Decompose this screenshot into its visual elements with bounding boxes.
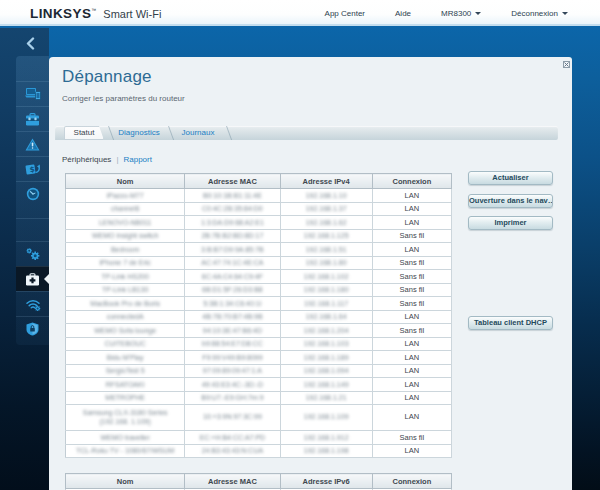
top-header-bar: LINKSYS™ Smart Wi-Fi App Center Aide MR8…	[0, 0, 600, 26]
device-table-ipv6: Nom Adresse MAC Adresse IPv6 Connexion	[65, 473, 452, 490]
device-ipv4: 192.168.1.64	[280, 310, 372, 324]
device-row: WEMO traveller EC:+H:B4:CC:A7:PD 192.168…	[66, 431, 452, 445]
subnav-peripheriques[interactable]: Périphériques	[62, 155, 111, 164]
speed-test-icon	[26, 187, 40, 201]
chevron-down-icon	[475, 12, 481, 15]
sidebar-item-media-prioritization[interactable]: $	[16, 156, 49, 181]
device-mac: b9:88:54:E7:D8:CC	[185, 337, 280, 351]
sidebar-item-wireless[interactable]	[16, 291, 49, 316]
col-header-nom: Nom	[66, 474, 185, 489]
device-ipv4: 192.168.1.094	[280, 364, 372, 378]
device-table-ipv4: Nom Adresse MAC Adresse IPv4 Connexion i…	[65, 173, 452, 458]
device-ipv4: 192.168.1.10	[280, 189, 372, 203]
col-header-ipv6: Adresse IPv6	[280, 474, 372, 489]
device-ipv4: 192.168.1.198	[280, 444, 372, 458]
col-header-connexion: Connexion	[372, 174, 451, 189]
device-row: METROPHE B9:U7:-E9:GH:7m:9 192.168.1.21 …	[66, 391, 452, 405]
device-connexion: Sans fil	[372, 283, 451, 297]
nav-aide[interactable]: Aide	[395, 9, 411, 18]
device-ipv4: 192.168.1.102	[280, 270, 372, 284]
sidebar-item-parental-controls[interactable]	[16, 131, 49, 156]
sidebar-icon-rail: $	[16, 56, 49, 345]
device-mac: 4B:7B:70:B7:4B:9B	[185, 310, 280, 324]
device-name: WEMO Insight switch	[66, 229, 185, 243]
col-header-ipv4: Adresse IPv4	[280, 174, 372, 189]
tab-separator	[226, 126, 232, 140]
sidebar-item-speed-test[interactable]	[16, 181, 49, 206]
device-row: Bidu M'Play F9:99:V49:B9:8099 192.168.1.…	[66, 351, 452, 365]
device-connexion: LAN	[372, 337, 451, 351]
device-connexion: LAN	[372, 405, 451, 431]
sidebar-item-connectivity[interactable]	[16, 241, 49, 266]
security-icon	[26, 322, 39, 336]
device-name: TP-Link LB130	[66, 283, 185, 297]
tab-diagnostics[interactable]: Diagnostics	[110, 126, 168, 140]
device-ipv4: 192.168.1.125	[280, 229, 372, 243]
subnav-rapport-link[interactable]: Rapport	[123, 155, 151, 164]
nav-deconnexion[interactable]: Déconnexion	[511, 9, 568, 18]
device-mac: EC:+H:B4:CC:A7:PD	[185, 431, 280, 445]
sidebar-collapse-button[interactable]	[26, 36, 35, 54]
wireless-icon	[25, 298, 41, 311]
rail-group-divider	[16, 218, 49, 241]
rail-spacer	[16, 206, 49, 218]
device-connexion: Sans fil	[372, 229, 451, 243]
nav-router-menu[interactable]: MR8300	[441, 9, 481, 18]
device-mac: 49:43:E3:4C:-3D:-D	[185, 378, 280, 392]
device-name: CUITEBOUC	[66, 337, 185, 351]
col-header-nom: Nom	[66, 174, 185, 189]
device-connexion: LAN	[372, 243, 451, 257]
subnav-divider: |	[116, 155, 118, 164]
col-header-mac: Adresse MAC	[185, 474, 280, 489]
device-connexion: LAN	[372, 351, 451, 365]
brand-name: LINKSYS	[30, 6, 91, 21]
col-header-connexion: Connexion	[372, 474, 451, 489]
table-header-row: Nom Adresse MAC Adresse IPv6 Connexion	[66, 474, 452, 489]
print-button[interactable]: Imprimer	[468, 216, 553, 230]
device-name: TCL-Roku TV - 1080/67/WSUM	[66, 444, 185, 458]
device-connexion: LAN	[372, 444, 451, 458]
device-row: RFSATOAKI 49:43:E3:4C:-3D:-D 192.168.1.1…	[66, 378, 452, 392]
dhcp-table-button[interactable]: Tableau client DHCP	[468, 316, 553, 330]
device-connexion: LAN	[372, 391, 451, 405]
device-row: WEMO Insight switch 2B:7B:B2:BD:8D:17 19…	[66, 229, 452, 243]
device-mac: C0:4C:2B:35:84:D0	[185, 202, 280, 216]
device-mac: B9:U7:-E9:GH:7m:9	[185, 391, 280, 405]
nav-app-center[interactable]: App Center	[325, 9, 365, 18]
device-name: LENOVO-NB011	[66, 216, 185, 230]
tab-statut[interactable]: Statut	[64, 126, 104, 140]
open-in-browser-button[interactable]: Ouverture dans le nav…	[468, 194, 553, 208]
device-connexion: LAN	[372, 378, 451, 392]
chevron-down-icon	[562, 12, 568, 15]
tab-journaux[interactable]: Journaux	[170, 126, 226, 140]
device-name: SergioTest 5	[66, 364, 185, 378]
refresh-button[interactable]: Actualiser	[468, 171, 553, 185]
device-name: channel6	[66, 202, 185, 216]
guest-access-icon	[25, 113, 40, 126]
sidebar-item-network-map[interactable]	[16, 81, 49, 106]
device-name: TP-Link HS200	[66, 270, 185, 284]
sub-nav: Périphériques|Rapport	[62, 155, 152, 164]
device-connexion: Sans fil	[372, 270, 451, 284]
sidebar-item-guest-access[interactable]	[16, 106, 49, 131]
device-ipv4: 192.168.1.21	[280, 391, 372, 405]
device-connexion: Sans fil	[372, 324, 451, 338]
device-tables: Nom Adresse MAC Adresse IPv4 Connexion i…	[65, 173, 452, 490]
device-name: iPhone 7 de Eric	[66, 256, 185, 270]
device-name: METROPHE	[66, 391, 185, 405]
close-button[interactable]	[563, 61, 570, 68]
device-name: Bedroom	[66, 243, 185, 257]
device-mac: 3:B:B7:D9:9A:85:7B	[185, 243, 280, 257]
device-ipv4: 192.168.1.37	[280, 202, 372, 216]
device-ipv4: 192.168.1.117	[280, 297, 372, 311]
device-mac: 97:09:89:09:47:1:A	[185, 364, 280, 378]
device-name: WEMO Sofa lounge	[66, 324, 185, 338]
device-mac: 6C:4A:C4:64:C9:4F	[185, 270, 280, 284]
device-mac: 24:B3:43:43:N:CUA	[185, 444, 280, 458]
device-connexion: Sans fil	[372, 297, 451, 311]
device-ipv4: 192.168.1.109	[280, 405, 372, 431]
device-name: MacBook Pro de Boris	[66, 297, 185, 311]
device-connexion: Sans fil	[372, 431, 451, 445]
sidebar-item-security[interactable]	[16, 316, 49, 341]
device-row: MacBook Pro de Boris 5:3B:1:34:C6:40:1I …	[66, 297, 452, 311]
